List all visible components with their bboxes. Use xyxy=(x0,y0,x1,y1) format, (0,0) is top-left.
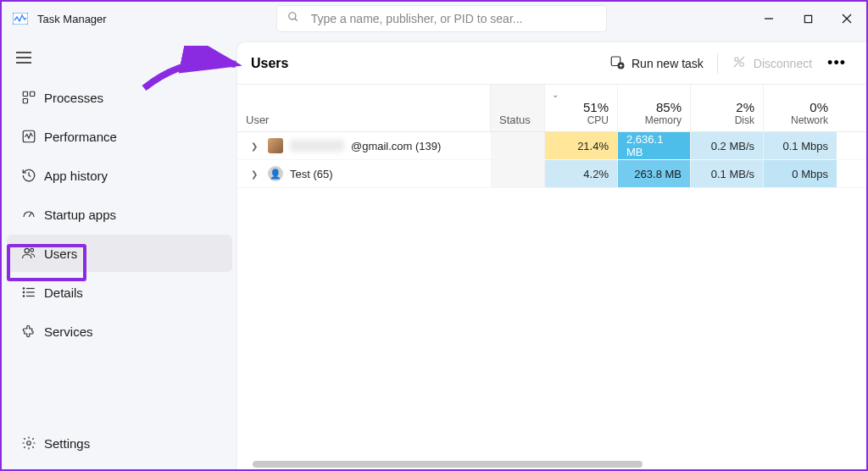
disk-cell: 0.2 MB/s xyxy=(691,132,764,159)
run-new-task-button[interactable]: Run new task xyxy=(601,49,712,77)
sidebar-item-label: Settings xyxy=(44,436,90,451)
search-icon xyxy=(287,11,299,26)
cpu-cell: 21.4% xyxy=(545,132,618,159)
svg-rect-12 xyxy=(23,99,27,103)
network-cell: 0.1 Mbps xyxy=(764,132,837,159)
svg-rect-13 xyxy=(23,130,35,142)
svg-point-28 xyxy=(735,58,739,62)
run-task-icon xyxy=(609,54,625,72)
activity-icon xyxy=(14,129,44,144)
svg-point-20 xyxy=(23,288,25,290)
search-input[interactable]: Type a name, publisher, or PID to sear..… xyxy=(276,5,607,32)
sidebar-item-performance[interactable]: Performance xyxy=(7,118,232,155)
svg-rect-11 xyxy=(31,91,35,96)
network-cell: 0 Mbps xyxy=(764,160,837,187)
close-button[interactable] xyxy=(827,5,866,32)
maximize-button[interactable] xyxy=(788,5,827,32)
cpu-cell: 4.2% xyxy=(545,160,618,187)
window-title: Task Manager xyxy=(37,13,107,25)
titlebar: Task Manager Type a name, publisher, or … xyxy=(2,2,866,36)
sidebar-item-startup-apps[interactable]: Startup apps xyxy=(7,196,232,233)
disconnect-icon xyxy=(732,54,747,72)
user-name: @gmail.com (139) xyxy=(351,140,441,152)
svg-point-29 xyxy=(740,63,744,67)
avatar xyxy=(268,138,283,153)
expand-icon[interactable]: ❯ xyxy=(251,169,261,179)
sidebar-item-services[interactable]: Services xyxy=(7,313,232,350)
puzzle-icon xyxy=(14,324,44,339)
redacted-name: xxxxx xyxy=(290,140,344,152)
column-user[interactable]: User xyxy=(237,85,491,131)
more-button[interactable]: ••• xyxy=(821,49,853,77)
column-memory[interactable]: 85% Memory xyxy=(618,85,691,131)
separator xyxy=(717,53,718,74)
svg-point-23 xyxy=(27,441,31,446)
grid-icon xyxy=(14,90,44,105)
sidebar: Processes Performance App history Startu… xyxy=(2,36,237,469)
svg-point-21 xyxy=(23,291,25,293)
sidebar-item-processes[interactable]: Processes xyxy=(7,79,232,116)
svg-rect-10 xyxy=(23,91,27,96)
users-icon xyxy=(14,246,44,261)
sidebar-item-label: App history xyxy=(44,169,108,183)
hamburger-button[interactable] xyxy=(7,42,41,73)
svg-line-2 xyxy=(294,19,297,21)
sidebar-item-label: Performance xyxy=(44,130,117,144)
chevron-down-icon: ⌄ xyxy=(552,90,559,99)
svg-rect-4 xyxy=(804,15,811,22)
disconnect-label: Disconnect xyxy=(754,57,812,70)
sidebar-item-label: Startup apps xyxy=(44,208,116,222)
svg-point-22 xyxy=(23,296,25,297)
minimize-button[interactable] xyxy=(749,5,788,32)
expand-icon[interactable]: ❯ xyxy=(251,141,261,151)
main-panel: Users Run new task Disconnect ••• User S… xyxy=(237,42,866,469)
svg-point-15 xyxy=(25,248,29,252)
sidebar-item-label: Users xyxy=(44,247,77,261)
app-icon xyxy=(12,12,29,25)
sidebar-item-details[interactable]: Details xyxy=(7,274,232,311)
memory-cell: 2,636.1 MB xyxy=(618,132,691,159)
svg-point-1 xyxy=(288,13,295,19)
horizontal-scrollbar[interactable] xyxy=(236,461,860,469)
history-icon xyxy=(14,168,44,183)
sidebar-item-label: Details xyxy=(44,285,83,300)
column-cpu[interactable]: ⌄ 51% CPU xyxy=(545,85,618,131)
run-new-task-label: Run new task xyxy=(632,57,704,70)
sidebar-item-settings[interactable]: Settings xyxy=(7,424,232,462)
avatar: 👤 xyxy=(268,166,283,181)
sidebar-item-app-history[interactable]: App history xyxy=(7,157,232,194)
svg-line-14 xyxy=(29,213,31,218)
column-disk[interactable]: 2% Disk xyxy=(691,85,764,131)
sidebar-item-label: Services xyxy=(44,324,93,339)
sidebar-item-label: Processes xyxy=(44,91,103,105)
memory-cell: 263.8 MB xyxy=(618,160,691,187)
disconnect-button: Disconnect xyxy=(723,49,821,77)
disk-cell: 0.1 MB/s xyxy=(691,160,764,187)
gauge-icon xyxy=(14,207,44,222)
table-row[interactable]: ❯ 👤 Test (65) 4.2% 263.8 MB 0.1 MB/s 0 M… xyxy=(237,160,866,188)
gear-icon xyxy=(14,435,44,451)
search-placeholder: Type a name, publisher, or PID to sear..… xyxy=(311,12,523,25)
column-network[interactable]: 0% Network xyxy=(764,85,837,131)
sidebar-item-users[interactable]: Users xyxy=(7,235,232,272)
user-name: Test (65) xyxy=(290,168,333,180)
page-title: Users xyxy=(251,56,288,71)
column-status[interactable]: Status xyxy=(491,85,545,131)
table-row[interactable]: ❯ xxxxx @gmail.com (139) 21.4% 2,636.1 M… xyxy=(237,132,866,160)
svg-point-16 xyxy=(31,248,34,252)
users-table: User Status ⌄ 51% CPU 85% Memory 2% Disk xyxy=(237,85,866,188)
list-icon xyxy=(14,285,44,300)
